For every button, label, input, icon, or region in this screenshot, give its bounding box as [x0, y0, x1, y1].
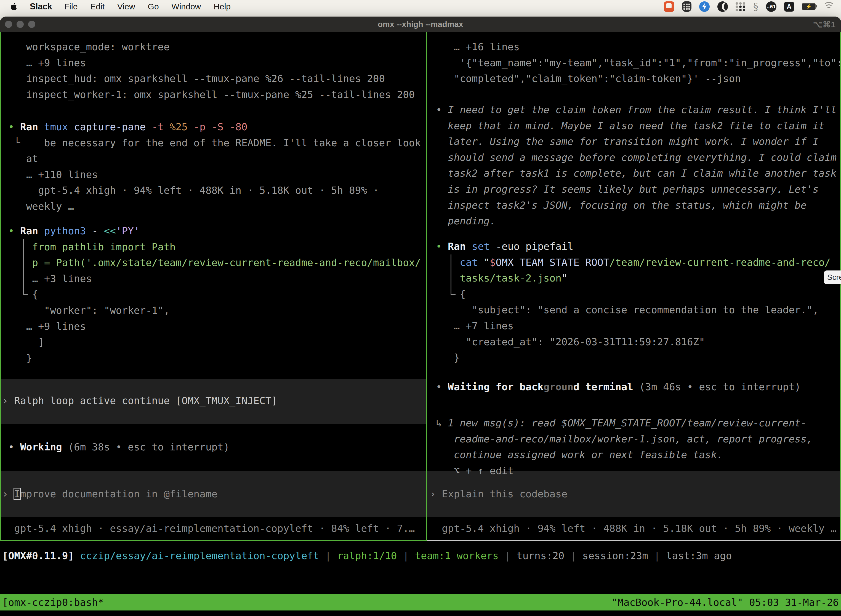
terminal-line: '{"team_name":"my-team","task_id":"1","f…: [430, 55, 841, 71]
menu-item-file[interactable]: File: [64, 2, 78, 11]
battery-icon[interactable]: ⚡: [802, 3, 816, 10]
terminal-line: • Working (6m 38s • esc to interrupt): [2, 439, 230, 455]
tmux-session-label[interactable]: [omx-cczip0:bash*: [0, 597, 104, 608]
window-title: omx --xhigh --madmax: [0, 16, 841, 32]
pane-border-left-edge: [0, 32, 1, 541]
screen-share-overlay[interactable]: Scre: [824, 270, 841, 284]
dark-mode-icon[interactable]: [717, 1, 728, 12]
terminal-line: ↳ 1 new msg(s): read $OMX_TEAM_STATE_ROO…: [430, 415, 813, 431]
apple-menu-icon[interactable]: [10, 3, 18, 11]
terminal-line: task2 after task1 is complete, but can I…: [430, 165, 837, 181]
terminal-line: … +7 lines: [430, 318, 831, 334]
connector-line: [451, 254, 451, 295]
menubar-app-name[interactable]: Slack: [30, 1, 52, 12]
terminal-line: pending.: [430, 213, 837, 229]
terminal-line: gpt-5.4 xhigh · essay/ai-reimplementatio…: [2, 521, 415, 537]
terminal-line: {: [2, 286, 421, 302]
connector-line: [23, 294, 28, 295]
connector-line: [451, 294, 456, 295]
titlebar[interactable]: omx --xhigh --madmax ⌥⌘1: [0, 16, 841, 32]
tmux-host-clock: "MacBook-Pro-44.local" 05:03 31-Mar-26: [611, 597, 839, 608]
chat-app-icon[interactable]: [664, 1, 674, 12]
connector-line: [23, 239, 24, 295]
terminal-line: }: [2, 350, 421, 366]
terminal-line: • I need to get the claim token from the…: [430, 102, 837, 118]
tmux-status-bar: [omx-cczip0:bash* "MacBook-Pro-44.local"…: [0, 594, 841, 610]
terminal-line: • Ran python3 - <<'PY': [2, 223, 421, 239]
pane-divider[interactable]: [426, 32, 427, 541]
a-square-icon[interactable]: A: [784, 1, 794, 12]
screen: Slack FileEditViewGoWindowHelp § ..61 A …: [0, 0, 841, 616]
terminal-line: • Waiting for background terminal (3m 46…: [430, 379, 801, 395]
terminal-line: tasks/task-2.json": [430, 270, 831, 286]
s-hook-icon[interactable]: §: [753, 1, 758, 12]
terminal-line: … +110 lines: [2, 167, 421, 183]
terminal-line: › Explain this codebase: [430, 486, 568, 502]
pane-border-right-edge: [840, 32, 841, 541]
terminal-line: inspect task2's JSON, focusing on the st…: [430, 197, 837, 213]
terminal-line: keep that in mind. Maybe I also need the…: [430, 118, 837, 134]
lightning-badge-icon[interactable]: [699, 1, 710, 12]
terminal-line: inspect_hud: omx sparkshell --tmux-pane …: [2, 70, 415, 87]
menu-item-view[interactable]: View: [117, 2, 135, 11]
terminal-line: "subject": "send a concise recommendatio…: [430, 302, 831, 318]
terminal-line: "worker": "worker-1",: [2, 302, 421, 318]
terminal-content: workspace_mode: worktree … +9 lines insp…: [0, 32, 841, 616]
terminal-line: gpt-5.4 xhigh · 94% left · 488K in · 5.1…: [430, 521, 837, 537]
terminal-line: cat "$OMX_TEAM_STATE_ROOT/team/review-cu…: [430, 254, 831, 270]
terminal-line: … +16 lines: [430, 39, 841, 55]
terminal-line: gpt-5.4 xhigh · 94% left · 488K in · 5.1…: [2, 182, 421, 198]
terminal-line: p = Path('.omx/state/team/review-current…: [2, 255, 421, 271]
left-pane: workspace_mode: worktree … +9 lines insp…: [0, 32, 425, 541]
wifi-icon[interactable]: [823, 3, 834, 11]
terminal-line: }: [430, 350, 831, 366]
right-pane: … +16 lines '{"team_name":"my-team","tas…: [428, 32, 841, 541]
menu-item-go[interactable]: Go: [148, 2, 159, 11]
terminal-line: should send a message before completing …: [430, 150, 837, 166]
pane-border-bottom-right: [427, 540, 841, 541]
menu-item-edit[interactable]: Edit: [90, 2, 105, 11]
terminal-window: omx --xhigh --madmax ⌥⌘1 workspace_mode:…: [0, 16, 841, 616]
terminal-line: "created_at": "2026-03-31T11:59:27.816Z": [430, 334, 831, 350]
dots-grid-icon[interactable]: [736, 2, 746, 11]
window-shortcut-hint: ⌥⌘1: [813, 16, 835, 32]
pane-border-bottom-left: [0, 540, 427, 541]
terminal-line: continue assigned work or next feasible …: [430, 447, 813, 463]
terminal-line: • Ran set -euo pipefail: [430, 238, 831, 254]
privacy-shield-icon[interactable]: [682, 1, 692, 12]
terminal-line: • Ran tmux capture-pane -t %25 -p -S -80: [2, 119, 421, 135]
terminal-line: … +9 lines: [2, 318, 421, 334]
terminal-line: weekly …: [2, 198, 421, 214]
terminal-line: at: [2, 151, 421, 167]
menubar: Slack FileEditViewGoWindowHelp § ..61 A …: [0, 0, 841, 13]
terminal-line: from pathlib import Path: [2, 239, 421, 255]
terminal-line: [OMX#0.11.9] cczip/essay/ai-reimplementa…: [2, 548, 732, 564]
badge-61-icon[interactable]: ..61: [766, 1, 777, 12]
terminal-line: later. Using the same for transition mig…: [430, 133, 837, 150]
terminal-line: is in progress? It seems likely but perh…: [430, 181, 837, 197]
terminal-line: {: [430, 286, 831, 302]
terminal-line: › Ralph loop active continue [OMX_TMUX_I…: [2, 393, 277, 409]
terminal-line: › Improve documentation in @filename: [2, 486, 217, 502]
terminal-line: ⌥ + ↑ edit: [430, 463, 813, 479]
terminal-line: readme-and-reco/mailbox/worker-1.json, a…: [430, 431, 813, 447]
terminal-line: … +3 lines: [2, 271, 421, 287]
terminal-line: … +9 lines: [2, 55, 415, 71]
terminal-line: "completed","claim_token":"claim-token"}…: [430, 70, 841, 87]
terminal-line: ]: [2, 334, 421, 350]
menu-item-help[interactable]: Help: [214, 2, 231, 11]
terminal-line: └ be necessary for the end of the README…: [2, 135, 421, 151]
terminal-line: workspace_mode: worktree: [2, 39, 415, 55]
terminal-line: inspect_worker-1: omx sparkshell --tmux-…: [2, 87, 415, 103]
menu-item-window[interactable]: Window: [171, 2, 201, 11]
